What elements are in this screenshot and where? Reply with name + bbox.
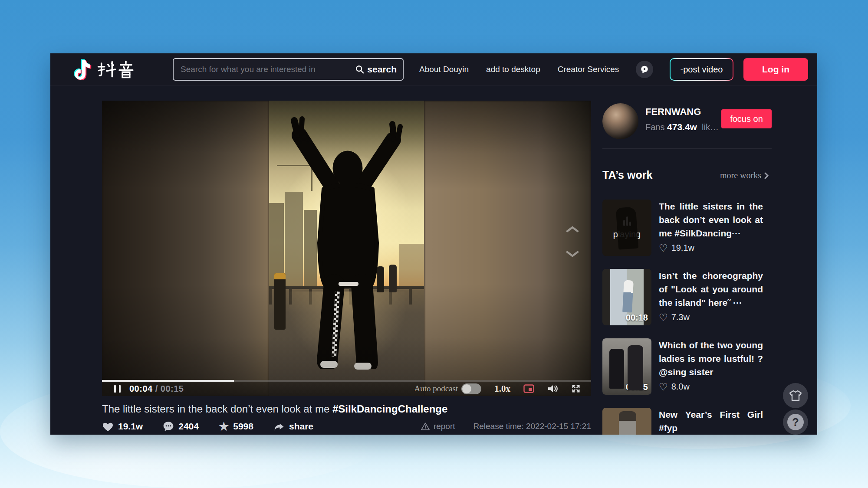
work-title: Which of the two young ladies is more lu… xyxy=(659,338,763,379)
release-time: Release time: 2022-02-15 17:21 xyxy=(473,422,591,431)
work-likes: ♡7.3w xyxy=(659,312,763,322)
fans-label: Fans xyxy=(645,122,664,132)
work-like-count: 19.1w xyxy=(671,243,694,253)
video-hashtag[interactable]: #SilkDancingChallenge xyxy=(332,403,447,415)
video-blur-left xyxy=(102,101,269,396)
pause-button[interactable] xyxy=(112,383,122,394)
report-button[interactable]: report xyxy=(421,422,455,431)
shoe xyxy=(320,361,338,368)
playback-speed-button[interactable]: 1.0x xyxy=(494,383,510,394)
works-list: playing The little sisters in the back d… xyxy=(602,200,772,435)
nav-add-to-desktop[interactable]: add to desktop xyxy=(486,65,540,74)
desktop: 抖音 search About Douyin add to desktop Cr… xyxy=(0,0,868,488)
work-title: Isn’t the choreography of "Look at you a… xyxy=(659,269,763,309)
search-input[interactable] xyxy=(174,65,352,74)
auto-podcast-label: Auto podcast xyxy=(414,384,458,393)
favorite-button[interactable]: ★ 5998 xyxy=(219,421,253,432)
heart-outline-icon: ♡ xyxy=(659,244,668,252)
work-thumbnail xyxy=(602,408,651,435)
like-button[interactable]: 19.1w xyxy=(102,421,143,432)
comment-count: 2404 xyxy=(178,421,199,432)
video-title: The little sisters in the back don’t eve… xyxy=(102,403,591,415)
fullscreen-icon xyxy=(571,384,581,393)
time-current: 00:04 xyxy=(129,384,153,393)
work-likes: ♡8.0w xyxy=(659,382,763,392)
heart-outline-icon: ♡ xyxy=(659,313,668,322)
video-blur-right xyxy=(424,101,591,396)
nav-about-douyin[interactable]: About Douyin xyxy=(419,65,469,74)
picture-in-picture-button[interactable] xyxy=(523,384,534,393)
work-thumbnail: playing xyxy=(602,200,651,256)
auto-podcast-toggle[interactable] xyxy=(461,383,481,394)
chevron-right-icon xyxy=(764,172,769,180)
works-heading: TA’s work xyxy=(602,169,652,181)
work-item[interactable]: 00:15 Which of the two young ladies is m… xyxy=(602,338,772,395)
share-button[interactable]: share xyxy=(273,421,313,432)
equalizer-icon xyxy=(623,216,631,226)
controls-right: Auto podcast 1.0x xyxy=(414,383,581,394)
sidebar-divider xyxy=(602,148,772,149)
speaker-icon xyxy=(547,384,558,393)
fans-count: 473.4w xyxy=(667,122,697,132)
work-item-playing[interactable]: playing The little sisters in the back d… xyxy=(602,200,772,256)
douyin-window: 抖音 search About Douyin add to desktop Cr… xyxy=(50,53,817,435)
more-works-link[interactable]: more works xyxy=(720,170,769,180)
shop-button[interactable] xyxy=(783,383,808,408)
author-name[interactable]: FERNWANG xyxy=(645,106,701,118)
playing-overlay: playing xyxy=(602,200,651,256)
work-text: New Year’s First Girl #fyp xyxy=(659,408,763,435)
comment-button[interactable]: 2404 xyxy=(163,421,199,432)
work-title: The little sisters in the back don’t eve… xyxy=(659,200,763,240)
time-total: 00:15 xyxy=(161,384,184,393)
work-text: Isn’t the choreography of "Look at you a… xyxy=(659,269,763,325)
follow-button[interactable]: focus on xyxy=(721,109,772,128)
chevron-down-icon xyxy=(565,250,580,258)
chevron-up-icon xyxy=(565,225,580,233)
report-label: report xyxy=(434,422,455,431)
work-like-count: 7.3w xyxy=(671,312,690,322)
work-item[interactable]: New Year’s First Girl #fyp xyxy=(602,408,772,435)
previous-video-button[interactable] xyxy=(565,225,580,234)
work-thumbnail: 00:18 xyxy=(602,269,651,325)
douyin-logo[interactable]: 抖音 xyxy=(74,59,136,80)
report-warning-icon xyxy=(421,422,430,431)
help-button[interactable]: ? xyxy=(783,409,808,435)
author-sidebar: FERNWANG Fans 473.4w lik… focus on TA’s … xyxy=(602,53,772,435)
search-box: search xyxy=(173,58,404,81)
fullscreen-button[interactable] xyxy=(571,384,581,393)
likes-truncated: lik… xyxy=(702,122,719,132)
heart-outline-icon: ♡ xyxy=(659,383,668,391)
video-frame xyxy=(269,101,424,396)
more-works-label: more works xyxy=(720,170,761,180)
work-title: New Year’s First Girl #fyp xyxy=(659,408,763,435)
share-icon xyxy=(273,422,285,432)
search-button[interactable]: search xyxy=(352,59,403,80)
tshirt-icon xyxy=(789,390,802,402)
work-thumbnail: 00:15 xyxy=(602,338,651,395)
header-nav: About Douyin add to desktop Creator Serv… xyxy=(419,53,619,85)
favorite-count: 5998 xyxy=(233,421,253,432)
work-text: Which of the two young ladies is more lu… xyxy=(659,338,763,395)
work-like-count: 8.0w xyxy=(671,382,690,392)
like-count: 19.1w xyxy=(118,421,143,432)
douyin-note-icon xyxy=(74,59,92,80)
progress-fill xyxy=(102,380,234,382)
time-separator: / xyxy=(153,384,161,393)
picture-in-picture-icon xyxy=(523,384,534,393)
toggle-knob xyxy=(462,384,471,393)
question-mark-icon: ? xyxy=(787,414,804,430)
search-icon xyxy=(355,65,365,74)
video-title-text: The little sisters in the back don’t eve… xyxy=(102,403,332,415)
work-item[interactable]: 00:18 Isn’t the choreography of "Look at… xyxy=(602,269,772,325)
time-display: 00:04 / 00:15 xyxy=(129,384,184,394)
video-stats: 19.1w 2404 ★ 5998 share xyxy=(102,421,591,432)
heart-icon xyxy=(102,421,114,432)
author-avatar[interactable] xyxy=(602,103,638,139)
comment-icon xyxy=(163,421,174,432)
dancer-silhouette xyxy=(275,113,418,369)
next-video-button[interactable] xyxy=(565,250,580,259)
video-player[interactable]: 00:04 / 00:15 Auto podcast 1.0x xyxy=(102,101,591,396)
playing-label: playing xyxy=(613,229,641,239)
progress-bar[interactable] xyxy=(102,380,591,382)
volume-button[interactable] xyxy=(547,384,558,393)
